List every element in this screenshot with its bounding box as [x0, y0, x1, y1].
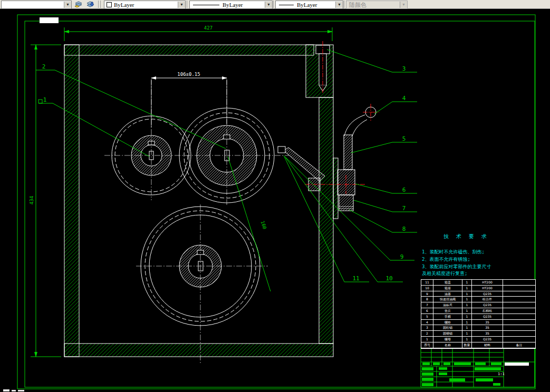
callout-number: 1	[43, 96, 47, 103]
color-swatch-icon	[107, 2, 112, 7]
valve-assembly	[305, 104, 379, 211]
layer-combo[interactable]: ▼	[1, 1, 72, 9]
part-qty: 1	[462, 286, 472, 291]
part-remark	[503, 314, 535, 320]
lineweight-line-icon	[279, 5, 294, 5]
viewport-label-box	[40, 17, 59, 23]
callout-number: 7	[402, 205, 406, 212]
layer-properties-button[interactable]	[73, 1, 84, 8]
callout-1-marker	[38, 100, 42, 103]
part-name: 圆锥销	[433, 331, 462, 337]
part-material: HT200	[472, 280, 503, 286]
part-remark	[503, 286, 535, 291]
part-material: 35	[472, 320, 503, 326]
part-material: Q235	[472, 291, 503, 297]
part-name: 箱座	[433, 286, 462, 291]
part-qty: 1	[462, 331, 472, 337]
part-remark	[503, 308, 535, 314]
tech-req-title: 技 术 要 求	[443, 233, 489, 239]
callout-number: 5	[402, 135, 406, 142]
callout-number: 6	[402, 187, 406, 193]
dim-center-distance: 106±0.15	[177, 72, 200, 77]
part-no: 4	[421, 320, 433, 326]
part-name: 油塞	[433, 291, 462, 297]
dimension-top: 427	[64, 25, 332, 41]
linetype-combo-value: ByLayer	[223, 2, 243, 8]
plotstyle-combo-value: 随颜色	[349, 1, 366, 9]
part-no: 11	[421, 280, 433, 286]
tech-req-line: 3、装配前应对零部件的主要尺寸	[422, 264, 491, 269]
layers-icon	[74, 1, 83, 7]
part-no: 6	[421, 308, 433, 314]
lineweight-combo[interactable]: ByLayer ▼	[275, 1, 343, 9]
part-no: 5	[421, 314, 433, 320]
part-remark	[503, 331, 535, 337]
part-remark	[503, 302, 535, 308]
toolbar: ▼ ByLayer ▼ ByLayer ▼	[0, 0, 550, 9]
part-no: 10	[421, 286, 433, 291]
layer-stack-icon	[86, 1, 94, 7]
callout-number: 2	[42, 63, 46, 70]
housing-section	[64, 45, 338, 357]
title-block-name-bar	[505, 362, 529, 366]
toolbar-separator	[344, 1, 344, 8]
dipstick	[278, 146, 325, 181]
part-material: 35	[472, 325, 503, 331]
chevron-down-icon[interactable]: ▼	[178, 2, 185, 8]
part-name: 箱盖	[433, 280, 462, 286]
tech-req-line: 1、装配时不允许磕伤、刮伤;	[422, 249, 485, 254]
toolbar-separator	[187, 1, 187, 8]
part-material: 35	[472, 331, 503, 337]
part-qty: 1	[462, 280, 472, 286]
plotstyle-combo: 随颜色 ▼	[346, 1, 408, 9]
dimension-left: 434	[29, 45, 61, 357]
part-no: 1	[421, 337, 433, 342]
linetype-line-icon	[193, 5, 219, 5]
part-qty: 1	[462, 325, 472, 331]
callout-number: 11	[352, 275, 359, 282]
parts-header-cell: 材料	[472, 342, 503, 348]
part-no: 8	[421, 297, 433, 302]
part-qty: 1	[462, 314, 472, 320]
handle-lever	[344, 115, 365, 136]
technical-requirements: 技 术 要 求 1、装配时不允许磕伤、刮伤; 2、表面不允许有锈蚀; 3、装配前…	[422, 233, 491, 276]
dimension-slant: 160	[228, 156, 271, 291]
part-name: 螺母	[433, 337, 462, 342]
chevron-down-icon[interactable]: ▼	[335, 2, 343, 8]
command-line-fragment	[3, 389, 24, 391]
tech-req-line: 2、表面不允许有锈蚀;	[422, 257, 470, 262]
part-material: Q235	[472, 314, 503, 320]
dim-left-height: 434	[29, 196, 34, 204]
callout-number: 8	[402, 226, 406, 232]
part-remark	[503, 337, 535, 342]
part-no: 7	[421, 302, 433, 308]
dim-slant-label: 160	[260, 220, 268, 230]
chevron-down-icon[interactable]: ▼	[265, 2, 272, 8]
part-name: 手柄	[433, 314, 462, 320]
part-name: 快速排油阀	[433, 297, 462, 302]
part-no: 3	[421, 325, 433, 331]
part-material: 石棉纸	[472, 308, 503, 314]
toolbar-separator	[273, 1, 274, 8]
part-material: Q235	[472, 302, 503, 308]
part-qty: 1	[462, 291, 472, 297]
color-combo-value: ByLayer	[114, 2, 134, 8]
part-qty: 1	[462, 320, 472, 326]
callout-number: 3	[402, 65, 406, 72]
toolbar-separator	[98, 1, 99, 8]
parts-header-cell: 名称	[433, 342, 462, 348]
linetype-combo[interactable]: ByLayer ▼	[189, 1, 273, 9]
part-qty: 1	[462, 302, 472, 308]
color-combo[interactable]: ByLayer ▼	[104, 1, 186, 9]
chevron-down-icon[interactable]: ▼	[64, 2, 71, 8]
parts-header-cell: 序号	[421, 342, 433, 348]
callout-number: 10	[385, 275, 392, 282]
parts-header-cell: 数量	[462, 342, 472, 348]
part-material: Q235	[472, 337, 503, 342]
title-block-scale: 1:1	[498, 372, 505, 376]
part-name: 垫片	[433, 308, 462, 314]
dim-top-width: 427	[204, 25, 213, 31]
layer-states-button[interactable]	[85, 1, 95, 8]
parts-list: 11箱盖1HT20010箱座1HT2009油塞1Q2358快速排油阀1组合件7油…	[421, 279, 536, 349]
callout-number: 9	[400, 253, 404, 260]
